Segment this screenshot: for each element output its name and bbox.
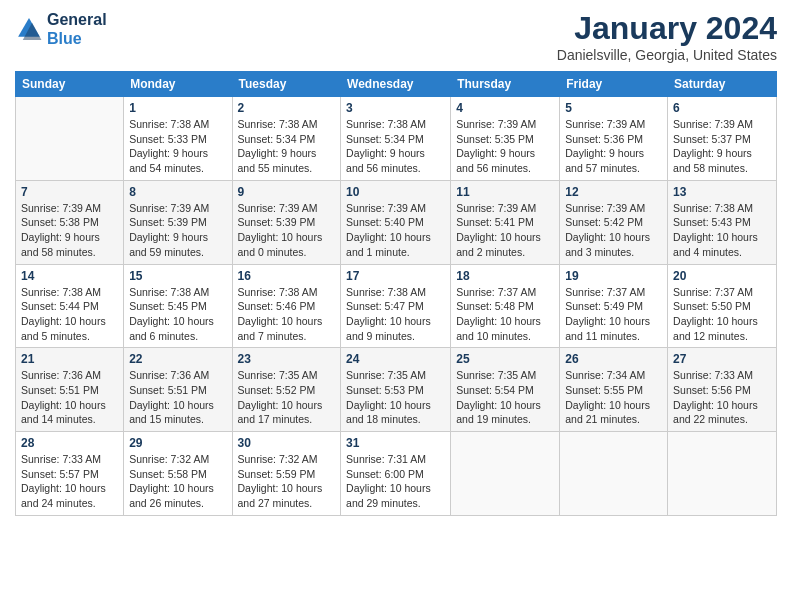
day-number: 27 [673,352,771,366]
weekday-header-wednesday: Wednesday [341,72,451,97]
day-number: 18 [456,269,554,283]
calendar-cell: 30Sunrise: 7:32 AM Sunset: 5:59 PM Dayli… [232,432,341,516]
day-info: Sunrise: 7:39 AM Sunset: 5:36 PM Dayligh… [565,117,662,176]
day-number: 22 [129,352,226,366]
day-info: Sunrise: 7:38 AM Sunset: 5:34 PM Dayligh… [346,117,445,176]
logo: General Blue [15,10,107,48]
day-number: 26 [565,352,662,366]
calendar-cell: 9Sunrise: 7:39 AM Sunset: 5:39 PM Daylig… [232,180,341,264]
calendar-cell: 21Sunrise: 7:36 AM Sunset: 5:51 PM Dayli… [16,348,124,432]
calendar-cell: 13Sunrise: 7:38 AM Sunset: 5:43 PM Dayli… [668,180,777,264]
logo-text: General Blue [47,10,107,48]
day-info: Sunrise: 7:38 AM Sunset: 5:46 PM Dayligh… [238,285,336,344]
calendar-cell: 12Sunrise: 7:39 AM Sunset: 5:42 PM Dayli… [560,180,668,264]
day-number: 14 [21,269,118,283]
calendar-week-4: 21Sunrise: 7:36 AM Sunset: 5:51 PM Dayli… [16,348,777,432]
day-info: Sunrise: 7:35 AM Sunset: 5:54 PM Dayligh… [456,368,554,427]
day-number: 24 [346,352,445,366]
day-info: Sunrise: 7:39 AM Sunset: 5:35 PM Dayligh… [456,117,554,176]
day-number: 2 [238,101,336,115]
day-number: 9 [238,185,336,199]
calendar-cell: 27Sunrise: 7:33 AM Sunset: 5:56 PM Dayli… [668,348,777,432]
day-number: 11 [456,185,554,199]
calendar-table: SundayMondayTuesdayWednesdayThursdayFrid… [15,71,777,516]
day-number: 19 [565,269,662,283]
day-number: 5 [565,101,662,115]
calendar-cell: 29Sunrise: 7:32 AM Sunset: 5:58 PM Dayli… [124,432,232,516]
calendar-cell [16,97,124,181]
day-info: Sunrise: 7:33 AM Sunset: 5:57 PM Dayligh… [21,452,118,511]
weekday-header-saturday: Saturday [668,72,777,97]
day-number: 7 [21,185,118,199]
day-info: Sunrise: 7:36 AM Sunset: 5:51 PM Dayligh… [129,368,226,427]
day-info: Sunrise: 7:32 AM Sunset: 5:59 PM Dayligh… [238,452,336,511]
day-info: Sunrise: 7:39 AM Sunset: 5:39 PM Dayligh… [238,201,336,260]
day-number: 20 [673,269,771,283]
day-info: Sunrise: 7:38 AM Sunset: 5:33 PM Dayligh… [129,117,226,176]
day-info: Sunrise: 7:31 AM Sunset: 6:00 PM Dayligh… [346,452,445,511]
weekday-header-tuesday: Tuesday [232,72,341,97]
calendar-cell [451,432,560,516]
day-number: 6 [673,101,771,115]
day-info: Sunrise: 7:39 AM Sunset: 5:37 PM Dayligh… [673,117,771,176]
logo-icon [15,15,43,43]
calendar-cell: 11Sunrise: 7:39 AM Sunset: 5:41 PM Dayli… [451,180,560,264]
day-number: 8 [129,185,226,199]
day-info: Sunrise: 7:37 AM Sunset: 5:49 PM Dayligh… [565,285,662,344]
title-block: January 2024 Danielsville, Georgia, Unit… [557,10,777,63]
calendar-cell: 26Sunrise: 7:34 AM Sunset: 5:55 PM Dayli… [560,348,668,432]
calendar-cell: 8Sunrise: 7:39 AM Sunset: 5:39 PM Daylig… [124,180,232,264]
calendar-cell: 10Sunrise: 7:39 AM Sunset: 5:40 PM Dayli… [341,180,451,264]
calendar-cell: 3Sunrise: 7:38 AM Sunset: 5:34 PM Daylig… [341,97,451,181]
day-number: 25 [456,352,554,366]
day-info: Sunrise: 7:35 AM Sunset: 5:52 PM Dayligh… [238,368,336,427]
calendar-cell: 14Sunrise: 7:38 AM Sunset: 5:44 PM Dayli… [16,264,124,348]
location: Danielsville, Georgia, United States [557,47,777,63]
calendar-cell: 2Sunrise: 7:38 AM Sunset: 5:34 PM Daylig… [232,97,341,181]
day-info: Sunrise: 7:36 AM Sunset: 5:51 PM Dayligh… [21,368,118,427]
calendar-cell: 25Sunrise: 7:35 AM Sunset: 5:54 PM Dayli… [451,348,560,432]
calendar-cell: 4Sunrise: 7:39 AM Sunset: 5:35 PM Daylig… [451,97,560,181]
day-number: 28 [21,436,118,450]
day-number: 29 [129,436,226,450]
day-number: 16 [238,269,336,283]
day-number: 1 [129,101,226,115]
calendar-cell: 6Sunrise: 7:39 AM Sunset: 5:37 PM Daylig… [668,97,777,181]
page-header: General Blue January 2024 Danielsville, … [15,10,777,63]
day-info: Sunrise: 7:34 AM Sunset: 5:55 PM Dayligh… [565,368,662,427]
day-info: Sunrise: 7:39 AM Sunset: 5:42 PM Dayligh… [565,201,662,260]
day-number: 13 [673,185,771,199]
calendar-cell [560,432,668,516]
calendar-cell: 16Sunrise: 7:38 AM Sunset: 5:46 PM Dayli… [232,264,341,348]
calendar-cell: 31Sunrise: 7:31 AM Sunset: 6:00 PM Dayli… [341,432,451,516]
calendar-cell: 18Sunrise: 7:37 AM Sunset: 5:48 PM Dayli… [451,264,560,348]
calendar-week-1: 1Sunrise: 7:38 AM Sunset: 5:33 PM Daylig… [16,97,777,181]
day-number: 10 [346,185,445,199]
calendar-cell: 19Sunrise: 7:37 AM Sunset: 5:49 PM Dayli… [560,264,668,348]
day-number: 17 [346,269,445,283]
day-number: 3 [346,101,445,115]
day-number: 30 [238,436,336,450]
weekday-header-monday: Monday [124,72,232,97]
day-number: 31 [346,436,445,450]
day-info: Sunrise: 7:39 AM Sunset: 5:38 PM Dayligh… [21,201,118,260]
calendar-cell: 22Sunrise: 7:36 AM Sunset: 5:51 PM Dayli… [124,348,232,432]
calendar-cell: 24Sunrise: 7:35 AM Sunset: 5:53 PM Dayli… [341,348,451,432]
calendar-cell: 5Sunrise: 7:39 AM Sunset: 5:36 PM Daylig… [560,97,668,181]
day-number: 21 [21,352,118,366]
month-title: January 2024 [557,10,777,47]
day-info: Sunrise: 7:37 AM Sunset: 5:50 PM Dayligh… [673,285,771,344]
day-info: Sunrise: 7:33 AM Sunset: 5:56 PM Dayligh… [673,368,771,427]
day-info: Sunrise: 7:39 AM Sunset: 5:41 PM Dayligh… [456,201,554,260]
calendar-cell: 20Sunrise: 7:37 AM Sunset: 5:50 PM Dayli… [668,264,777,348]
weekday-header-thursday: Thursday [451,72,560,97]
calendar-cell: 1Sunrise: 7:38 AM Sunset: 5:33 PM Daylig… [124,97,232,181]
calendar-week-3: 14Sunrise: 7:38 AM Sunset: 5:44 PM Dayli… [16,264,777,348]
day-info: Sunrise: 7:38 AM Sunset: 5:34 PM Dayligh… [238,117,336,176]
day-info: Sunrise: 7:32 AM Sunset: 5:58 PM Dayligh… [129,452,226,511]
calendar-header-row: SundayMondayTuesdayWednesdayThursdayFrid… [16,72,777,97]
calendar-week-2: 7Sunrise: 7:39 AM Sunset: 5:38 PM Daylig… [16,180,777,264]
weekday-header-friday: Friday [560,72,668,97]
calendar-cell: 15Sunrise: 7:38 AM Sunset: 5:45 PM Dayli… [124,264,232,348]
day-number: 4 [456,101,554,115]
